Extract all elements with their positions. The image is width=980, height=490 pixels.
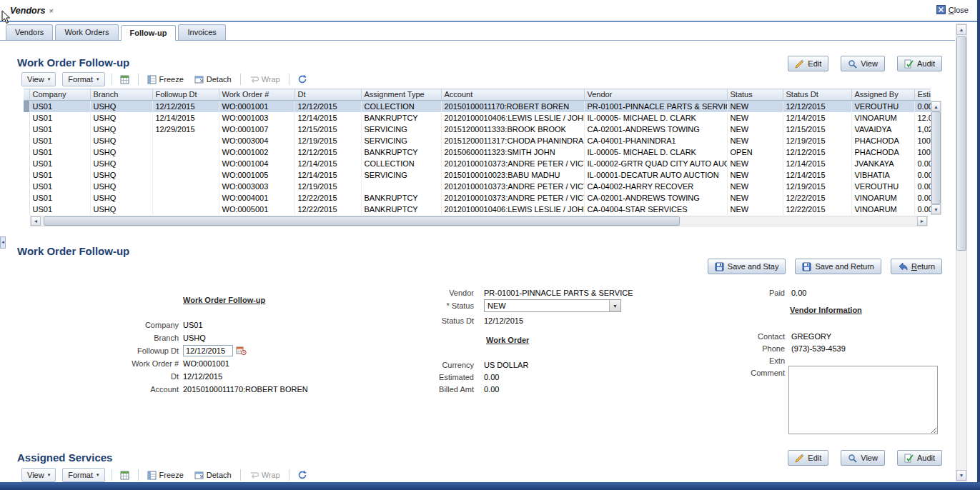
table-cell[interactable]: 12/12/2015 [783, 146, 851, 158]
table-row[interactable]: US01USHQWO:000100412/14/2015COLLECTION20… [24, 158, 931, 169]
scrollbar-thumb[interactable] [931, 111, 941, 204]
table-cell[interactable]: NEW [727, 181, 783, 192]
column-header-status[interactable]: Status [727, 89, 783, 101]
tab-close-icon[interactable]: × [49, 7, 54, 15]
table-row[interactable]: US01USHQWO:000400112/22/2015BANKRUPTCY20… [24, 192, 931, 204]
row-selector[interactable] [24, 192, 29, 204]
row-selector[interactable] [24, 169, 29, 181]
table-cell[interactable]: NEW [727, 124, 783, 135]
table-cell[interactable]: WO:0001002 [219, 146, 295, 158]
table-cell[interactable]: WO:0005001 [219, 204, 295, 215]
tab-invoices[interactable]: Invoices [178, 24, 225, 40]
table-cell[interactable]: WO:0003003 [219, 181, 295, 192]
table-cell[interactable]: PHACHODA [851, 135, 914, 146]
table-cell[interactable] [152, 158, 219, 169]
table-cell[interactable]: COLLECTION [361, 101, 441, 113]
table-cell[interactable]: CA-02001-ANDREWS TOWING [584, 192, 727, 204]
grid-vertical-scrollbar[interactable]: ▲ ▼ [931, 101, 941, 215]
table-cell[interactable]: PR-01001-PINNACLE PARTS & SERVICE [584, 101, 727, 113]
table-cell[interactable]: 12/22/2015 [295, 192, 361, 204]
table-cell[interactable]: 12/14/2015 [295, 158, 361, 169]
table-cell[interactable]: VINOARUM [851, 192, 914, 204]
scroll-down-button[interactable]: ▼ [956, 470, 966, 481]
view-menu-button[interactable]: View ▾ [21, 468, 56, 482]
table-cell[interactable]: 100.00 [914, 146, 931, 158]
table-cell[interactable]: 12/12/2015 [783, 101, 851, 113]
refresh-button[interactable] [296, 469, 309, 481]
table-cell[interactable]: 20120100010406:LEWIS LESLIE / JOHN [441, 112, 584, 124]
table-cell[interactable]: 20150100010023:BABU MADHU [441, 169, 584, 181]
column-header-estimated[interactable]: Estin [914, 89, 931, 101]
table-cell[interactable]: SERVICING [361, 135, 441, 146]
scroll-up-button[interactable]: ▲ [956, 24, 966, 35]
document-tab-vendors[interactable]: Vendors × [6, 4, 58, 18]
row-selector[interactable] [24, 112, 29, 124]
table-cell[interactable]: 12/14/2015 [783, 169, 851, 181]
table-cell[interactable] [152, 135, 219, 146]
page-vertical-scrollbar[interactable]: ▲ ▼ [956, 24, 967, 481]
tab-vendors[interactable]: Vendors [6, 24, 53, 40]
table-cell[interactable]: USHQ [90, 101, 152, 113]
table-cell[interactable]: NEW [727, 158, 783, 169]
table-cell[interactable]: 20151200011333:BROOK BROOK [441, 124, 584, 135]
select-arrow-button[interactable]: ▼ [609, 300, 620, 311]
table-cell[interactable]: 12/14/2015 [295, 169, 361, 181]
table-cell[interactable]: WO:0001001 [219, 101, 295, 113]
table-row[interactable]: US01USHQ12/14/2015WO:000100312/14/2015BA… [24, 112, 931, 124]
save-and-stay-button[interactable]: Save and Stay [708, 259, 786, 274]
table-cell[interactable]: WO:0001003 [219, 112, 295, 124]
table-cell[interactable]: 1,020 [914, 124, 931, 135]
table-row[interactable]: US01USHQ12/29/2015WO:000100712/15/2015SE… [24, 124, 931, 135]
row-selector[interactable] [24, 101, 29, 113]
view-button[interactable]: View [841, 450, 885, 466]
table-cell[interactable]: 20150100011170:ROBERT BOREN [441, 101, 584, 113]
tab-work-orders[interactable]: Work Orders [55, 24, 118, 40]
table-cell[interactable]: 12/12/2015 [295, 146, 361, 158]
table-cell[interactable]: BANKRUPTCY [361, 146, 441, 158]
table-cell[interactable]: 12/19/2015 [295, 181, 361, 192]
view-button[interactable]: View [841, 56, 885, 71]
table-cell[interactable]: WO:0001005 [219, 169, 295, 181]
table-cell[interactable]: 12/12/2015 [295, 101, 361, 113]
scroll-down-button[interactable]: ▼ [931, 204, 941, 214]
table-cell[interactable]: US01 [29, 146, 90, 158]
table-cell[interactable]: US01 [29, 204, 90, 215]
table-cell[interactable]: BANKRUPTCY [361, 192, 441, 204]
table-cell[interactable]: VAVAIDYA [851, 124, 914, 135]
table-cell[interactable]: 0.00 [914, 158, 931, 169]
table-cell[interactable]: 12/14/2015 [783, 158, 851, 169]
scroll-right-button[interactable]: ► [917, 216, 927, 226]
table-cell[interactable] [152, 204, 219, 215]
column-header-followup-dt[interactable]: Followup Dt [152, 89, 219, 101]
table-cell[interactable]: 100.00 [914, 135, 931, 146]
column-header-status-dt[interactable]: Status Dt [783, 89, 851, 101]
table-cell[interactable]: NEW [727, 169, 783, 181]
audit-button[interactable]: Audit [897, 56, 942, 71]
table-cell[interactable]: US01 [29, 124, 90, 135]
table-cell[interactable]: USHQ [90, 181, 152, 192]
column-header-work-order[interactable]: Work Order # [219, 89, 295, 101]
table-cell[interactable]: USHQ [90, 204, 152, 215]
table-row[interactable]: US01USHQ12/12/2015WO:000100112/12/2015CO… [24, 101, 931, 113]
table-cell[interactable]: 12/15/2015 [295, 124, 361, 135]
table-cell[interactable]: 12/22/2015 [783, 204, 851, 215]
table-cell[interactable]: 0.00 [914, 192, 931, 204]
table-cell[interactable]: CA-02001-ANDREWS TOWING [584, 124, 727, 135]
scroll-up-button[interactable]: ▲ [931, 101, 941, 111]
table-cell[interactable]: BANKRUPTCY [361, 204, 441, 215]
export-button[interactable] [119, 74, 132, 86]
row-selector[interactable] [24, 204, 29, 215]
table-cell[interactable]: WO:0004001 [219, 192, 295, 204]
table-cell[interactable]: 12/19/2015 [295, 135, 361, 146]
table-cell[interactable]: 0.00 [914, 181, 931, 192]
audit-button[interactable]: Audit [897, 450, 942, 466]
calendar-icon[interactable] [236, 346, 247, 356]
table-cell[interactable]: CA-04001-PHANINDRA1 [584, 135, 727, 146]
table-cell[interactable]: USHQ [90, 192, 152, 204]
column-header-vendor[interactable]: Vendor [584, 89, 727, 101]
table-cell[interactable]: USHQ [90, 169, 152, 181]
table-cell[interactable]: CA-04004-STAR SERVICES [584, 204, 727, 215]
table-cell[interactable]: WO:0003004 [219, 135, 295, 146]
table-cell[interactable]: 12/12/2015 [152, 101, 219, 113]
table-cell[interactable]: USHQ [90, 158, 152, 169]
